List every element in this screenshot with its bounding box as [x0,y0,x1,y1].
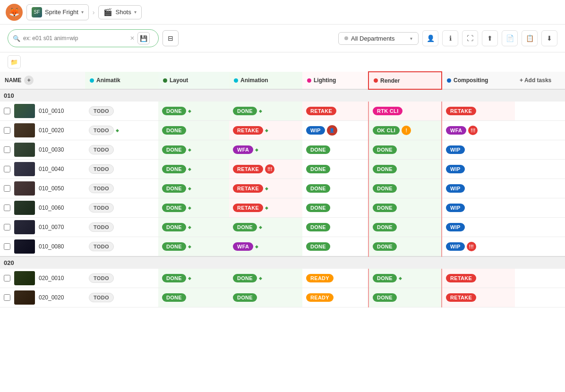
status-badge[interactable]: DONE [233,274,257,282]
col-header-animation[interactable]: Animation [229,72,302,89]
status-badge[interactable]: DONE [306,145,330,154]
row-checkbox[interactable] [4,127,10,134]
status-badge[interactable]: DONE [373,223,397,231]
status-badge[interactable]: DONE [373,145,397,154]
status-badge[interactable]: RETAKE [306,107,336,115]
row-checkbox[interactable] [4,243,10,250]
table-container[interactable]: NAME + Animatik Layout [0,71,565,388]
cell-content: WIP [446,165,511,173]
status-badge[interactable]: DONE [373,242,397,251]
status-badge[interactable]: DONE [162,107,186,115]
status-badge[interactable]: WFA [446,126,466,135]
user-icon-button[interactable]: 👤 [422,30,438,46]
col-header-animatik[interactable]: Animatik [85,72,158,89]
logo-icon[interactable]: 🦊 [6,4,23,21]
status-badge[interactable]: DONE [162,184,186,193]
status-badge[interactable]: DONE [373,204,397,212]
status-badge[interactable]: DONE [306,204,330,212]
status-badge[interactable]: DONE [306,184,330,193]
row-checkbox[interactable] [4,108,10,114]
status-badge[interactable]: WIP [446,145,465,154]
status-badge[interactable]: DONE [162,126,186,135]
row-checkbox[interactable] [4,185,10,192]
doc-icon-button[interactable]: 📄 [502,30,518,46]
status-badge[interactable]: RETAKE [233,165,263,173]
status-badge[interactable]: DONE [162,293,186,302]
col-header-render[interactable]: Render [368,72,442,89]
status-badge[interactable]: TODO [89,164,114,174]
status-badge[interactable]: DONE [162,223,186,231]
col-header-addtasks[interactable]: + Add tasks [515,72,565,89]
clipboard-icon-button[interactable]: 📋 [522,30,538,46]
status-badge[interactable]: WFA [233,145,253,154]
status-badge[interactable]: WIP [446,184,465,193]
status-badge[interactable]: WIP [446,242,465,251]
status-badge[interactable]: TODO [89,106,114,116]
search-input[interactable] [23,35,127,42]
status-badge[interactable]: DONE [306,223,330,231]
status-badge[interactable]: WIP [446,165,465,173]
status-badge[interactable]: RETAKE [446,107,476,115]
search-clear-icon[interactable]: ✕ [130,35,135,42]
status-badge[interactable]: DONE [306,242,330,251]
status-badge[interactable]: DONE [233,293,257,302]
status-badge[interactable]: OK CLI [373,126,400,135]
search-save-button[interactable]: 💾 [137,32,150,44]
status-badge[interactable]: DONE [233,107,257,115]
status-badge[interactable]: WIP [306,126,325,135]
status-badge[interactable]: TODO [89,222,114,232]
status-badge[interactable]: DONE [373,274,397,282]
status-badge[interactable]: TODO [89,242,114,251]
status-badge[interactable]: RTK CLI [373,107,402,115]
department-selector[interactable]: All Departments ▾ [338,32,419,45]
status-badge[interactable]: TODO [89,293,114,302]
status-badge[interactable]: READY [306,274,334,282]
row-checkbox[interactable] [4,205,10,211]
filter-button[interactable]: ⊟ [163,30,179,46]
add-column-button[interactable]: + [24,76,34,85]
status-badge[interactable]: TODO [89,273,114,283]
status-badge[interactable]: WFA [233,242,253,251]
row-checkbox[interactable] [4,146,10,153]
row-checkbox[interactable] [4,224,10,230]
col-header-lighting[interactable]: Lighting [302,72,368,89]
status-badge[interactable]: READY [306,293,334,302]
project-selector[interactable]: SF Sprite Fright ▾ [26,4,89,20]
status-badge[interactable]: DONE [162,145,186,154]
status-badge[interactable]: DONE [306,165,330,173]
status-badge[interactable]: WIP [446,204,465,212]
col-header-compositing[interactable]: Compositing [442,72,515,89]
status-badge[interactable]: TODO [89,203,114,213]
status-badge[interactable]: DONE [233,223,257,231]
status-badge[interactable]: DONE [162,204,186,212]
status-badge[interactable]: RETAKE [233,204,263,212]
status-badge[interactable]: TODO [89,145,114,154]
status-badge[interactable]: WIP [446,223,465,231]
status-badge[interactable]: DONE [162,274,186,282]
status-badge[interactable]: TODO [89,126,114,135]
download-icon-button[interactable]: ⬇ [541,30,557,46]
status-badge[interactable]: DONE [373,184,397,193]
animatik-cell: TODO [85,218,158,237]
status-badge[interactable]: RETAKE [233,126,263,135]
shots-selector[interactable]: 🎬 Shots ▾ [98,5,141,19]
row-checkbox[interactable] [4,294,10,301]
status-badge[interactable]: RETAKE [446,293,476,302]
info-icon-button[interactable]: ℹ [442,30,458,46]
row-checkbox[interactable] [4,275,10,281]
cell-content: DONE ◆ [162,242,225,251]
status-badge[interactable]: DONE [373,293,397,302]
upload-icon-button[interactable]: ⬆ [482,30,498,46]
expand-icon-button[interactable]: ⛶ [462,30,478,46]
col-header-layout[interactable]: Layout [158,72,229,89]
table-row: 020_0010 TODO DONE ◆ DONE ◆ READY DONE ◆… [0,269,565,288]
row-checkbox[interactable] [4,166,10,172]
status-badge[interactable]: RETAKE [233,184,263,193]
status-badge[interactable]: DONE [162,165,186,173]
status-badge[interactable]: TODO [89,184,114,193]
status-badge[interactable]: RETAKE [446,274,476,282]
status-badge[interactable]: DONE [162,242,186,251]
folder-icon-button[interactable]: 📁 [8,55,21,68]
render-cell: DONE [368,198,442,218]
status-badge[interactable]: DONE [373,165,397,173]
